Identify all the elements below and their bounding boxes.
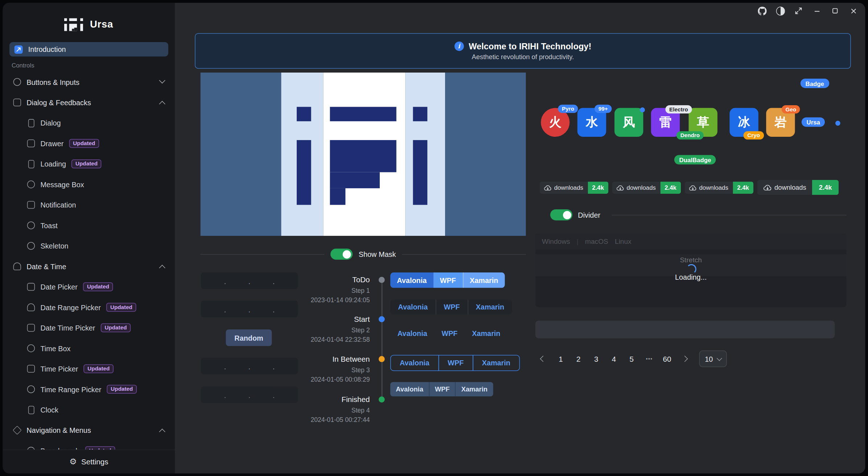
show-mask-toggle[interactable] <box>330 249 353 260</box>
sidebar-section-navigation-menus[interactable]: Navigation & Menus <box>8 423 169 438</box>
sidebar-item-date-range-picker[interactable]: Date Range Picker Updated <box>8 300 169 315</box>
sidebar-item-message-box[interactable]: Message Box <box>8 177 169 192</box>
divider-line <box>402 254 526 255</box>
page-button-3[interactable]: 3 <box>588 350 604 367</box>
avalonia-button[interactable]: Avalonia <box>390 326 435 341</box>
xamarin-button[interactable]: Xamarin <box>465 326 507 341</box>
sidebar-item-date-time-picker[interactable]: Date Time Picker Updated <box>8 321 169 335</box>
ursa-logo-icon <box>65 17 83 32</box>
wpf-button[interactable]: WPF <box>429 382 455 397</box>
button-group-compact: Avalonia WPF Xamarin <box>390 382 493 397</box>
sidebar-section-date-time[interactable]: Date & Time <box>8 259 169 274</box>
dualbadge-pill: DualBadge <box>674 155 716 164</box>
avalonia-button[interactable]: Avalonia <box>390 300 436 315</box>
next-page-button[interactable] <box>677 350 692 367</box>
app-logo-row: Ursa <box>3 3 175 39</box>
downloads-badge: downloads 2.4k <box>685 182 753 194</box>
wind-element-icon: 风 <box>614 108 643 137</box>
cloud-download-icon <box>617 185 624 191</box>
navigation-menus-icon <box>13 426 22 435</box>
timeline-connector <box>382 280 382 400</box>
app-window: Ursa Introduction Controls Buttons & Inp… <box>3 3 865 473</box>
updated-badge: Updated <box>84 364 114 373</box>
avalonia-button[interactable]: Avalonia <box>390 355 439 371</box>
ip-input-1[interactable]: ... <box>201 272 298 289</box>
sidebar-section-buttons-inputs[interactable]: Buttons & Inputs <box>8 75 169 89</box>
date-time-icon <box>13 262 21 270</box>
sidebar-item-date-picker[interactable]: Date Picker Updated <box>8 280 169 294</box>
time-picker-icon <box>27 365 35 373</box>
divider-label: Divider <box>578 211 600 219</box>
sidebar-item-clock[interactable]: Clock <box>8 403 169 417</box>
sidebar-item-time-range-picker[interactable]: Time Range Picker Updated <box>8 382 169 397</box>
timeline-dot-todo <box>379 277 385 283</box>
divider-line <box>200 254 324 255</box>
page-button-4[interactable]: 4 <box>606 350 622 367</box>
wpf-button[interactable]: WPF <box>435 326 465 341</box>
page-size-select[interactable]: 10 <box>699 350 727 367</box>
minimize-icon[interactable] <box>812 6 822 16</box>
ip-input-2[interactable]: ... <box>201 301 298 317</box>
time-range-picker-icon <box>27 385 35 393</box>
empty-input-bar[interactable] <box>535 321 835 338</box>
sidebar-item-notification[interactable]: Notification <box>8 198 169 212</box>
toast-icon <box>27 221 35 229</box>
pagination-ellipsis[interactable]: ••• <box>642 350 657 367</box>
page-button-5[interactable]: 5 <box>624 350 639 367</box>
xamarin-button[interactable]: Xamarin <box>468 300 512 315</box>
settings-button[interactable]: ⚙ Settings <box>3 450 175 473</box>
avalonia-button[interactable]: Avalonia <box>390 382 429 397</box>
wpf-button[interactable]: WPF <box>433 272 463 288</box>
ip-input-3[interactable]: ... <box>201 358 298 374</box>
downloads-badge: downloads 2.4k <box>540 182 608 194</box>
updated-badge: Updated <box>101 323 131 332</box>
previous-page-button[interactable] <box>535 350 551 367</box>
sidebar-item-dialog[interactable]: Dialog <box>8 116 169 130</box>
xamarin-button[interactable]: Xamarin <box>462 272 505 288</box>
ip-input-4[interactable]: ... <box>201 386 298 403</box>
timeline-dot-start <box>379 316 385 322</box>
dot-badge <box>640 107 645 112</box>
button-group-solid: Avalonia WPF Xamarin <box>390 272 505 288</box>
sidebar-section-dialog-feedbacks[interactable]: Dialog & Feedbacks <box>8 95 169 110</box>
buttons-inputs-icon <box>13 78 21 86</box>
avalonia-button[interactable]: Avalonia <box>390 272 433 288</box>
chevron-down-icon <box>159 77 165 83</box>
random-button[interactable]: Random <box>226 329 272 346</box>
page-button-60[interactable]: 60 <box>659 350 675 367</box>
maximize-icon[interactable] <box>830 6 840 16</box>
dot-badge <box>835 121 840 126</box>
ursa-badge: Ursa <box>802 118 825 127</box>
page-button-1[interactable]: 1 <box>553 350 569 367</box>
divider-toggle[interactable] <box>550 209 572 221</box>
sidebar-item-toast[interactable]: Toast <box>8 218 169 233</box>
loading-demo-card: Windows | macOS Linux Stretch Loading... <box>535 233 847 308</box>
sidebar-item-introduction[interactable]: Introduction <box>9 42 168 57</box>
xamarin-button[interactable]: Xamarin <box>473 355 520 371</box>
welcome-banner: i Welcome to IRIHI Technology! Aesthetic… <box>195 33 851 69</box>
pyro-badge: Pyro <box>558 104 578 113</box>
updated-badge: Updated <box>71 160 101 168</box>
sidebar-item-drawer[interactable]: Drawer Updated <box>8 136 169 151</box>
date-time-picker-icon <box>27 324 35 332</box>
chevron-down-icon <box>716 355 722 361</box>
page-button-2[interactable]: 2 <box>571 350 586 367</box>
wpf-button[interactable]: WPF <box>438 355 473 371</box>
sidebar-item-time-picker[interactable]: Time Picker Updated <box>8 362 169 376</box>
fullscreen-icon[interactable] <box>794 6 803 16</box>
sidebar-item-skeleton[interactable]: Skeleton <box>8 239 169 253</box>
github-icon[interactable] <box>757 6 767 16</box>
xamarin-button[interactable]: Xamarin <box>455 382 493 397</box>
timeline-entry-start: Start Step 2 2024-01-04 22:32:58 <box>284 315 370 342</box>
loading-spinner-icon <box>686 264 696 274</box>
button-group-outline: Avalonia WPF Xamarin <box>390 355 520 371</box>
sidebar-item-loading[interactable]: Loading Updated <box>8 157 169 171</box>
timeline-dot-inbetween <box>379 356 385 362</box>
theme-toggle-icon[interactable] <box>776 6 785 16</box>
message-box-icon <box>27 181 35 188</box>
dendro-badge: Dendro <box>676 131 704 140</box>
notification-icon <box>27 201 35 209</box>
close-icon[interactable] <box>849 6 858 16</box>
wpf-button[interactable]: WPF <box>436 300 468 315</box>
sidebar-item-time-box[interactable]: Time Box <box>8 341 169 356</box>
